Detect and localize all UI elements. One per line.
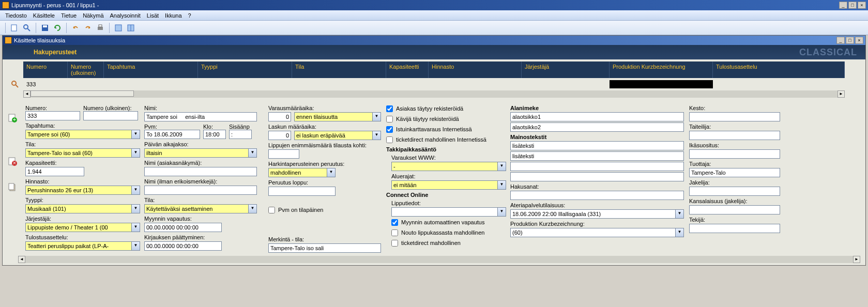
klo-input[interactable] [203, 130, 226, 139]
tapahtuma-combo[interactable]: Tampere soi (60)▼ [25, 130, 140, 139]
chevron-down-icon[interactable]: ▼ [497, 208, 506, 216]
tila2-combo[interactable]: Käytettäväksi asettaminen▼ [144, 204, 257, 213]
window1-icon[interactable] [113, 22, 124, 34]
numero-ulk-input[interactable] [83, 111, 138, 120]
tyyppi-combo[interactable]: Musikaali (101)▼ [25, 204, 140, 213]
numero-input[interactable] [25, 111, 80, 120]
filter-val-numero-ulk[interactable] [68, 83, 104, 85]
chevron-down-icon[interactable]: ▼ [131, 149, 140, 157]
kirjauksen-input[interactable] [144, 241, 222, 251]
filter-val-tulostus[interactable] [713, 83, 845, 85]
harkinta-combo[interactable]: mahdollinen▼ [268, 168, 336, 177]
lisateksti1-input[interactable] [510, 141, 684, 150]
chevron-down-icon[interactable]: ▼ [131, 205, 140, 213]
varaukset-combo[interactable]: -▼ [391, 162, 506, 171]
myynti-input[interactable] [144, 223, 222, 232]
laskun-combo[interactable]: ei laskun eräpäivää▼ [294, 131, 381, 140]
lisateksti4-input[interactable] [510, 172, 684, 181]
filter-col-tulostus[interactable]: Tulostusasettelu [713, 62, 845, 78]
redo-icon[interactable] [82, 22, 94, 34]
paivan-combo[interactable]: iltaisin▼ [144, 148, 257, 158]
filter-val-produktion[interactable] [610, 80, 713, 88]
filter-col-hinnasto[interactable]: Hinnasto [429, 62, 522, 78]
magnifier-icon[interactable] [11, 80, 19, 88]
menu-kasittele[interactable]: Käsittele [30, 11, 58, 20]
tulostus-combo[interactable]: Teatteri peruslippu paikat (LP-A-▼ [25, 241, 140, 251]
add-record-icon[interactable]: + [8, 113, 17, 122]
nimi-ilman-input[interactable] [144, 186, 257, 195]
sub-minimize-button[interactable]: _ [836, 37, 845, 44]
chevron-down-icon[interactable]: ▼ [131, 242, 140, 250]
delete-record-icon[interactable]: × [8, 157, 17, 166]
aluerajat-combo[interactable]: ei mitään▼ [391, 180, 506, 190]
menu-analysoinnit[interactable]: Analysoinnit [107, 11, 144, 20]
nimi-asiakas-input[interactable] [144, 167, 257, 176]
menu-lisat[interactable]: Lisät [144, 11, 162, 20]
save-icon[interactable] [39, 22, 51, 34]
hscroll-right-icon[interactable]: ► [837, 90, 845, 98]
lisateksti2-input[interactable] [510, 151, 684, 161]
chevron-down-icon[interactable]: ▼ [327, 168, 335, 177]
lippujen-input[interactable] [268, 149, 299, 159]
filter-col-kapasiteetti[interactable]: Kapasiteetti [386, 62, 429, 78]
ticketdirect-checkbox[interactable] [391, 240, 398, 247]
hscrollbar[interactable]: ◄ ► [23, 90, 845, 98]
chevron-down-icon[interactable]: ▼ [131, 223, 140, 232]
kavija-checkbox[interactable] [386, 116, 393, 122]
chevron-down-icon[interactable]: ▼ [497, 181, 506, 189]
kesto-input[interactable] [689, 112, 780, 121]
menu-nakyma[interactable]: Näkymä [80, 11, 106, 20]
kapasiteetti-input[interactable] [25, 167, 84, 176]
hinnasto-combo[interactable]: Perushinnasto 26 eur (13)▼ [25, 186, 140, 195]
filter-col-numero-ulk[interactable]: Numero (ulkoinen) [68, 62, 104, 78]
chevron-down-icon[interactable]: ▼ [372, 131, 380, 140]
sub-maximize-button[interactable]: □ [846, 37, 854, 44]
filter-col-tila[interactable]: Tila [292, 62, 386, 78]
menu-tietue[interactable]: Tietue [58, 11, 80, 20]
hscroll-track[interactable] [31, 90, 837, 98]
pvm-tilap-checkbox[interactable] [268, 207, 275, 213]
chevron-down-icon[interactable]: ▼ [248, 205, 256, 213]
varaus-combo[interactable]: ennen tilaisuutta▼ [294, 112, 381, 121]
search-icon[interactable] [21, 22, 33, 34]
tuottaja-input[interactable] [689, 168, 780, 177]
ikasuositus-input[interactable] [689, 149, 780, 159]
nouto-checkbox[interactable] [391, 229, 398, 236]
lisateksti3-input[interactable] [510, 162, 684, 171]
istuinkartta-checkbox[interactable] [386, 126, 393, 133]
new-icon[interactable] [9, 22, 20, 34]
jarjestaja-combo[interactable]: Lippupiste demo / Theater 1 (00▼ [25, 223, 140, 232]
chevron-down-icon[interactable]: ▼ [131, 186, 140, 194]
ateria-combo[interactable]: 18.06.2009 22:00 Illallisgaala (331)▼ [510, 209, 684, 219]
produktion-combo[interactable]: (60)▼ [510, 228, 684, 237]
filter-val-hinnasto[interactable] [429, 83, 522, 85]
sisaan-input[interactable] [229, 130, 252, 139]
chevron-down-icon[interactable]: ▼ [497, 162, 506, 171]
laskun-num-input[interactable] [268, 131, 291, 140]
hscroll-thumb[interactable] [31, 90, 134, 97]
undo-icon[interactable] [70, 22, 81, 34]
chevron-down-icon[interactable]: ▼ [248, 149, 256, 157]
lipputiedot-combo[interactable]: ▼ [391, 207, 506, 217]
footer-hscroll-track[interactable] [25, 256, 853, 263]
pvm-input[interactable] [144, 130, 200, 139]
minimize-button[interactable]: _ [839, 2, 847, 9]
filter-col-produktion[interactable]: Produktion Kurzbezeichnung [610, 62, 713, 78]
filter-val-numero[interactable]: 333 [23, 80, 68, 88]
asiakas-checkbox[interactable] [386, 105, 393, 112]
chevron-down-icon[interactable]: ▼ [131, 130, 140, 139]
merkinta-input[interactable] [268, 243, 381, 253]
close-button[interactable]: × [858, 2, 866, 9]
myynti-auto-checkbox[interactable] [391, 219, 398, 226]
sub-close-button[interactable]: × [855, 37, 863, 44]
refresh-icon[interactable] [52, 22, 63, 34]
print-icon[interactable] [95, 22, 106, 34]
menu-tiedosto[interactable]: Tiedosto [2, 11, 30, 20]
tila-combo[interactable]: Tampere-Talo iso sali (60)▼ [25, 148, 140, 158]
chevron-down-icon[interactable]: ▼ [372, 113, 380, 121]
window2-icon[interactable] [125, 22, 136, 34]
footer-hscrollbar[interactable]: ◄ ► [18, 256, 860, 263]
filter-val-jarjestaja[interactable] [522, 83, 610, 85]
menu-help[interactable]: ? [185, 11, 194, 20]
copy-record-icon[interactable] [8, 182, 17, 192]
